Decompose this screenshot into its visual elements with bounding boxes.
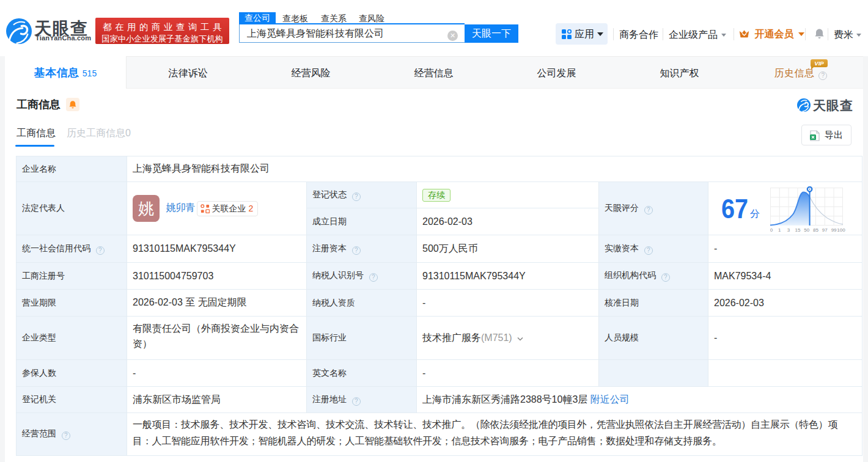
svg-text:85: 85 <box>813 227 818 233</box>
svg-text:50: 50 <box>804 227 809 233</box>
svg-text:3: 3 <box>787 227 790 233</box>
svg-text:99: 99 <box>831 227 837 233</box>
svg-text:0: 0 <box>770 227 773 233</box>
svg-text:100: 100 <box>837 227 845 233</box>
svg-text:97: 97 <box>822 227 828 233</box>
svg-text:15: 15 <box>795 227 800 233</box>
svg-text:1: 1 <box>778 227 781 233</box>
